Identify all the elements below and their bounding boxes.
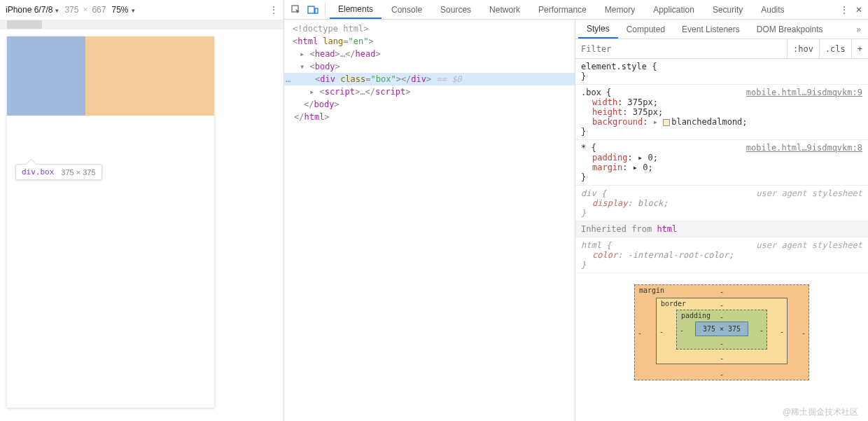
zoom-level: 75% — [111, 5, 128, 15]
dom-line-selected[interactable]: …<div class="box"></div> == $0 — [284, 73, 575, 85]
tab-application[interactable]: Application — [645, 0, 703, 19]
viewport-height[interactable]: 667 — [92, 5, 106, 15]
dom-line[interactable]: ▸ <script>…</script> — [284, 85, 575, 98]
zoom-selector[interactable]: 75% — [111, 5, 134, 15]
dom-tree[interactable]: <!doctype html> <html lang="en"> ▸ <head… — [284, 20, 575, 421]
device-toolbar: iPhone 6/7/8 375 × 667 75% ⋮ — [0, 0, 284, 20]
dom-line[interactable]: ▾ <body> — [284, 60, 575, 73]
bm-border-label: border — [661, 300, 686, 308]
times-icon: × — [83, 5, 88, 15]
tab-network[interactable]: Network — [481, 0, 528, 19]
device-name: iPhone 6/7/8 — [6, 5, 52, 15]
rule-source-link[interactable]: mobile.html…9isdmqvkm:8 — [746, 143, 862, 153]
subtab-eventlisteners[interactable]: Event Listeners — [673, 20, 748, 39]
device-toggle-icon[interactable] — [305, 0, 321, 19]
tab-security[interactable]: Security — [704, 0, 751, 19]
tab-audits[interactable]: Audits — [752, 0, 792, 19]
device-selector[interactable]: iPhone 6/7/8 — [6, 5, 59, 15]
filter-bar: :hov .cls + — [575, 39, 868, 59]
bm-padding-label: padding — [681, 312, 710, 319]
box-model[interactable]: margin - - - - border - - - - — [575, 273, 868, 386]
overlay-overflow — [85, 36, 214, 116]
chevron-down-icon — [132, 5, 135, 15]
dom-line[interactable]: </body> — [284, 98, 575, 111]
rule-source-link[interactable]: mobile.html…9isdmqvkm:9 — [746, 88, 862, 97]
svg-rect-2 — [315, 8, 318, 13]
hov-toggle[interactable]: :hov — [787, 39, 819, 58]
inherited-from: Inherited from html — [575, 221, 868, 237]
rendered-page[interactable] — [7, 36, 214, 408]
kebab-icon[interactable]: ⋮ — [840, 5, 848, 15]
css-rule[interactable]: user agent stylesheet div { display: blo… — [575, 186, 868, 221]
css-rule[interactable]: mobile.html…9isdmqvkm:8 * { padding: ▸ 0… — [575, 140, 868, 186]
overlay-content — [7, 36, 85, 116]
device-pane: iPhone 6/7/8 375 × 667 75% ⋮ — [0, 0, 284, 421]
tooltip-selector: div.box — [22, 167, 54, 177]
bm-margin-label: margin — [639, 287, 664, 294]
styles-subtabs: Styles Computed Event Listeners DOM Brea… — [575, 20, 868, 39]
viewport-width[interactable]: 375 — [64, 5, 78, 15]
main-tabs: Elements Console Sources Network Perform… — [284, 0, 868, 20]
selected-element-overlay — [7, 36, 214, 116]
svg-rect-1 — [308, 6, 314, 13]
inspect-icon[interactable] — [288, 0, 304, 19]
dom-line[interactable]: </html> — [284, 111, 575, 123]
kebab-icon[interactable]: ⋮ — [270, 5, 278, 15]
viewport-size: 375 × 667 — [64, 5, 106, 15]
watermark: @稀土掘金技术社区 — [783, 406, 858, 418]
ruler-horizontal — [0, 20, 284, 29]
dom-line[interactable]: <!doctype html> — [284, 22, 575, 35]
subtab-computed[interactable]: Computed — [618, 20, 673, 39]
dom-line[interactable]: ▸ <head>…</head> — [284, 48, 575, 60]
css-rules: element.style { } mobile.html…9isdmqvkm:… — [575, 59, 868, 421]
styles-pane: Styles Computed Event Listeners DOM Brea… — [575, 20, 868, 421]
css-rule[interactable]: user agent stylesheet html { color: -int… — [575, 237, 868, 273]
css-rule[interactable]: mobile.html…9isdmqvkm:9 .box { width: 37… — [575, 85, 868, 140]
tab-performance[interactable]: Performance — [530, 0, 595, 19]
cls-toggle[interactable]: .cls — [819, 39, 851, 58]
new-rule-button[interactable]: + — [851, 39, 868, 58]
user-agent-label: user agent stylesheet — [756, 188, 862, 198]
subtab-styles[interactable]: Styles — [578, 20, 618, 39]
close-icon[interactable]: ✕ — [855, 5, 862, 15]
devtools: Elements Console Sources Network Perform… — [284, 0, 868, 421]
color-swatch[interactable] — [663, 119, 670, 126]
user-agent-label: user agent stylesheet — [756, 240, 862, 250]
bm-content: 375 × 375 — [695, 322, 748, 336]
ellipsis-icon[interactable]: … — [286, 74, 290, 84]
tab-console[interactable]: Console — [383, 0, 430, 19]
subtab-dombreakpoints[interactable]: DOM Breakpoints — [748, 20, 832, 39]
chevrons-icon[interactable]: » — [849, 20, 868, 39]
chevron-down-icon — [55, 5, 59, 15]
tab-sources[interactable]: Sources — [432, 0, 479, 19]
tab-memory[interactable]: Memory — [596, 0, 643, 19]
tooltip-size: 375 × 375 — [61, 168, 95, 177]
element-tooltip: div.box 375 × 375 — [15, 164, 102, 180]
tab-elements[interactable]: Elements — [330, 0, 382, 19]
dom-line[interactable]: <html lang="en"> — [284, 35, 575, 48]
css-rule[interactable]: element.style { } — [575, 59, 868, 85]
device-viewport: div.box 375 × 375 — [0, 29, 284, 421]
filter-input[interactable] — [575, 44, 787, 54]
